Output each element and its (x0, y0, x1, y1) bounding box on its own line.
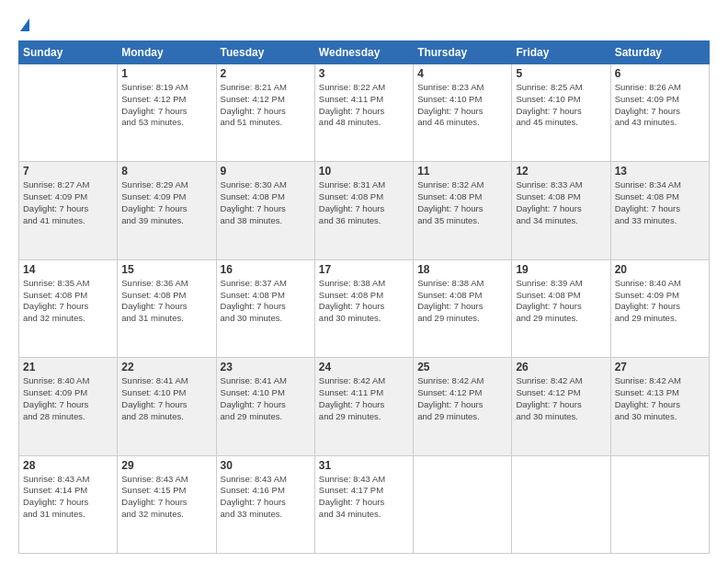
day-number: 2 (221, 67, 311, 80)
cell-info: Sunrise: 8:25 AM Sunset: 4:10 PM Dayligh… (516, 82, 606, 129)
cell-info: Sunrise: 8:40 AM Sunset: 4:09 PM Dayligh… (615, 278, 705, 325)
day-number: 26 (516, 361, 606, 373)
calendar-cell: 31Sunrise: 8:43 AM Sunset: 4:17 PM Dayli… (314, 455, 413, 553)
calendar-cell: 17Sunrise: 8:38 AM Sunset: 4:08 PM Dayli… (314, 259, 413, 357)
day-number: 30 (221, 459, 311, 472)
calendar-cell: 23Sunrise: 8:41 AM Sunset: 4:10 PM Dayli… (216, 358, 314, 455)
calendar-cell: 18Sunrise: 8:38 AM Sunset: 4:08 PM Dayli… (414, 259, 512, 357)
day-number: 24 (319, 361, 409, 373)
calendar-cell: 6Sunrise: 8:26 AM Sunset: 4:09 PM Daylig… (610, 64, 709, 162)
day-number: 7 (23, 165, 113, 178)
calendar-week-row: 28Sunrise: 8:43 AM Sunset: 4:14 PM Dayli… (19, 455, 710, 553)
calendar-cell: 21Sunrise: 8:40 AM Sunset: 4:09 PM Dayli… (19, 358, 118, 455)
cell-info: Sunrise: 8:32 AM Sunset: 4:08 PM Dayligh… (417, 179, 507, 226)
calendar-day-header: Monday (118, 41, 216, 64)
cell-info: Sunrise: 8:37 AM Sunset: 4:08 PM Dayligh… (221, 278, 311, 325)
day-number: 25 (417, 361, 507, 373)
calendar-cell: 19Sunrise: 8:39 AM Sunset: 4:08 PM Dayli… (512, 259, 610, 357)
calendar-cell: 24Sunrise: 8:42 AM Sunset: 4:11 PM Dayli… (314, 358, 413, 455)
day-number: 12 (516, 165, 606, 178)
calendar-header-row: SundayMondayTuesdayWednesdayThursdayFrid… (19, 41, 710, 64)
cell-info: Sunrise: 8:42 AM Sunset: 4:12 PM Dayligh… (417, 375, 507, 422)
header (18, 15, 710, 31)
day-number: 28 (23, 459, 113, 472)
day-number: 19 (516, 263, 606, 276)
cell-info: Sunrise: 8:43 AM Sunset: 4:14 PM Dayligh… (23, 474, 113, 521)
day-number: 16 (221, 263, 311, 276)
cell-info: Sunrise: 8:30 AM Sunset: 4:08 PM Dayligh… (221, 179, 311, 226)
calendar-cell: 16Sunrise: 8:37 AM Sunset: 4:08 PM Dayli… (216, 259, 314, 357)
day-number: 10 (319, 165, 409, 178)
day-number: 4 (417, 67, 507, 80)
logo (18, 18, 29, 31)
calendar-cell (19, 64, 118, 162)
day-number: 14 (23, 263, 113, 276)
calendar-cell: 28Sunrise: 8:43 AM Sunset: 4:14 PM Dayli… (19, 455, 118, 553)
calendar-week-row: 7Sunrise: 8:27 AM Sunset: 4:09 PM Daylig… (19, 162, 710, 259)
calendar-cell (610, 455, 709, 553)
calendar-week-row: 21Sunrise: 8:40 AM Sunset: 4:09 PM Dayli… (19, 358, 710, 455)
cell-info: Sunrise: 8:42 AM Sunset: 4:12 PM Dayligh… (516, 375, 606, 422)
calendar-cell: 9Sunrise: 8:30 AM Sunset: 4:08 PM Daylig… (216, 162, 314, 259)
calendar-day-header: Friday (512, 41, 610, 64)
page: SundayMondayTuesdayWednesdayThursdayFrid… (0, 0, 728, 563)
calendar-cell: 1Sunrise: 8:19 AM Sunset: 4:12 PM Daylig… (118, 64, 216, 162)
cell-info: Sunrise: 8:21 AM Sunset: 4:12 PM Dayligh… (221, 82, 311, 129)
cell-info: Sunrise: 8:41 AM Sunset: 4:10 PM Dayligh… (121, 375, 211, 422)
day-number: 9 (221, 165, 311, 178)
cell-info: Sunrise: 8:43 AM Sunset: 4:15 PM Dayligh… (121, 474, 211, 521)
calendar-cell: 14Sunrise: 8:35 AM Sunset: 4:08 PM Dayli… (19, 259, 118, 357)
calendar-table: SundayMondayTuesdayWednesdayThursdayFrid… (18, 40, 710, 554)
calendar-day-header: Saturday (610, 41, 709, 64)
day-number: 3 (319, 67, 409, 80)
day-number: 5 (516, 67, 606, 80)
calendar-cell (414, 455, 512, 553)
calendar-week-row: 14Sunrise: 8:35 AM Sunset: 4:08 PM Dayli… (19, 259, 710, 357)
day-number: 31 (319, 459, 409, 472)
calendar-cell (512, 455, 610, 553)
logo-triangle-icon (20, 18, 29, 31)
day-number: 21 (23, 361, 113, 373)
cell-info: Sunrise: 8:31 AM Sunset: 4:08 PM Dayligh… (319, 179, 409, 226)
cell-info: Sunrise: 8:38 AM Sunset: 4:08 PM Dayligh… (417, 278, 507, 325)
cell-info: Sunrise: 8:23 AM Sunset: 4:10 PM Dayligh… (417, 82, 507, 129)
calendar-cell: 27Sunrise: 8:42 AM Sunset: 4:13 PM Dayli… (610, 358, 709, 455)
cell-info: Sunrise: 8:36 AM Sunset: 4:08 PM Dayligh… (121, 278, 211, 325)
cell-info: Sunrise: 8:39 AM Sunset: 4:08 PM Dayligh… (516, 278, 606, 325)
day-number: 29 (121, 459, 211, 472)
calendar-cell: 5Sunrise: 8:25 AM Sunset: 4:10 PM Daylig… (512, 64, 610, 162)
calendar-cell: 25Sunrise: 8:42 AM Sunset: 4:12 PM Dayli… (414, 358, 512, 455)
calendar-cell: 12Sunrise: 8:33 AM Sunset: 4:08 PM Dayli… (512, 162, 610, 259)
cell-info: Sunrise: 8:41 AM Sunset: 4:10 PM Dayligh… (221, 375, 311, 422)
cell-info: Sunrise: 8:34 AM Sunset: 4:08 PM Dayligh… (615, 179, 705, 226)
day-number: 27 (615, 361, 705, 373)
day-number: 6 (615, 67, 705, 80)
calendar-cell: 11Sunrise: 8:32 AM Sunset: 4:08 PM Dayli… (414, 162, 512, 259)
cell-info: Sunrise: 8:42 AM Sunset: 4:11 PM Dayligh… (319, 375, 409, 422)
day-number: 23 (221, 361, 311, 373)
calendar-cell: 13Sunrise: 8:34 AM Sunset: 4:08 PM Dayli… (610, 162, 709, 259)
day-number: 11 (417, 165, 507, 178)
calendar-cell: 22Sunrise: 8:41 AM Sunset: 4:10 PM Dayli… (118, 358, 216, 455)
day-number: 15 (121, 263, 211, 276)
calendar-day-header: Sunday (19, 41, 118, 64)
calendar-cell: 7Sunrise: 8:27 AM Sunset: 4:09 PM Daylig… (19, 162, 118, 259)
calendar-cell: 8Sunrise: 8:29 AM Sunset: 4:09 PM Daylig… (118, 162, 216, 259)
cell-info: Sunrise: 8:38 AM Sunset: 4:08 PM Dayligh… (319, 278, 409, 325)
calendar-day-header: Tuesday (216, 41, 314, 64)
calendar-cell: 2Sunrise: 8:21 AM Sunset: 4:12 PM Daylig… (216, 64, 314, 162)
day-number: 22 (121, 361, 211, 373)
day-number: 18 (417, 263, 507, 276)
calendar-cell: 4Sunrise: 8:23 AM Sunset: 4:10 PM Daylig… (414, 64, 512, 162)
cell-info: Sunrise: 8:19 AM Sunset: 4:12 PM Dayligh… (121, 82, 211, 129)
calendar-day-header: Thursday (414, 41, 512, 64)
cell-info: Sunrise: 8:43 AM Sunset: 4:17 PM Dayligh… (319, 474, 409, 521)
cell-info: Sunrise: 8:22 AM Sunset: 4:11 PM Dayligh… (319, 82, 409, 129)
cell-info: Sunrise: 8:42 AM Sunset: 4:13 PM Dayligh… (615, 375, 705, 422)
cell-info: Sunrise: 8:27 AM Sunset: 4:09 PM Dayligh… (23, 179, 113, 226)
cell-info: Sunrise: 8:29 AM Sunset: 4:09 PM Dayligh… (121, 179, 211, 226)
cell-info: Sunrise: 8:35 AM Sunset: 4:08 PM Dayligh… (23, 278, 113, 325)
calendar-cell: 30Sunrise: 8:43 AM Sunset: 4:16 PM Dayli… (216, 455, 314, 553)
day-number: 13 (615, 165, 705, 178)
calendar-cell: 15Sunrise: 8:36 AM Sunset: 4:08 PM Dayli… (118, 259, 216, 357)
